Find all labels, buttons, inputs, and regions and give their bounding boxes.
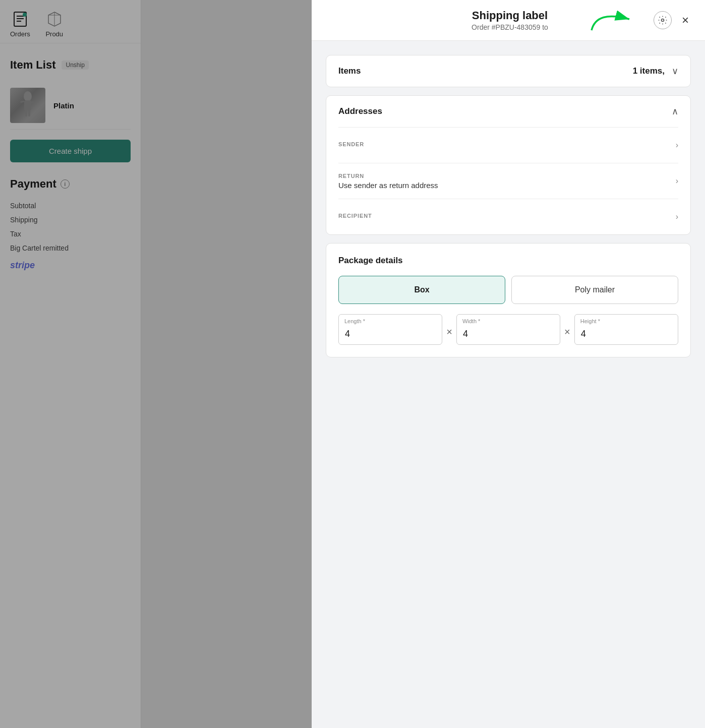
return-section[interactable]: RETURN Use sender as return address › <box>326 163 690 199</box>
svg-point-12 <box>661 19 664 22</box>
length-field: Length * <box>338 314 442 345</box>
box-type-label: Box <box>414 285 429 294</box>
settings-button[interactable] <box>654 11 672 29</box>
poly-mailer-type-button[interactable]: Poly mailer <box>511 276 678 304</box>
return-chevron: › <box>676 176 678 186</box>
gear-icon <box>658 15 668 25</box>
height-label: Height * <box>580 318 600 324</box>
items-title: Items <box>338 66 361 76</box>
close-icon: × <box>682 13 689 27</box>
addresses-section-header[interactable]: Addresses ∧ <box>326 96 690 127</box>
height-field: Height * <box>574 314 678 345</box>
recipient-chevron: › <box>676 212 678 221</box>
recipient-label: RECIPIENT <box>338 213 372 219</box>
modal-header: Shipping label Order #PBZU-483059 to × <box>312 0 705 41</box>
width-label: Width * <box>462 318 480 324</box>
addresses-title: Addresses <box>338 106 382 116</box>
items-chevron: ∨ <box>672 66 678 77</box>
sender-content: SENDER <box>338 141 364 149</box>
addresses-chevron: ∧ <box>672 106 678 117</box>
length-width-separator: × <box>446 326 452 345</box>
items-section-header[interactable]: Items 1 items, ∨ <box>326 55 690 87</box>
package-details-title: Package details <box>338 256 678 266</box>
items-section: Items 1 items, ∨ <box>326 55 691 87</box>
modal-header-actions: × <box>654 11 691 29</box>
return-label: RETURN <box>338 173 438 179</box>
return-content: RETURN Use sender as return address <box>338 173 438 190</box>
width-field: Width * <box>456 314 560 345</box>
addresses-section: Addresses ∧ SENDER › RETURN Use sender a… <box>326 95 691 235</box>
items-meta: 1 items, <box>633 66 665 76</box>
shipping-label-modal: Shipping label Order #PBZU-483059 to × I… <box>312 0 705 728</box>
modal-subtitle: Order #PBZU-483059 to <box>366 23 654 31</box>
recipient-section[interactable]: RECIPIENT › <box>326 199 690 234</box>
package-details-section: Package details Box Poly mailer Length *… <box>326 243 691 357</box>
sender-section[interactable]: SENDER › <box>326 128 690 163</box>
width-height-separator: × <box>564 326 570 345</box>
modal-header-center: Shipping label Order #PBZU-483059 to <box>366 9 654 31</box>
close-button[interactable]: × <box>680 14 691 26</box>
modal-title: Shipping label <box>366 9 654 22</box>
return-value: Use sender as return address <box>338 181 438 190</box>
items-header-right: 1 items, ∨ <box>633 66 678 77</box>
box-type-button[interactable]: Box <box>338 276 505 304</box>
modal-body: Items 1 items, ∨ Addresses ∧ SENDER › <box>312 41 705 728</box>
recipient-content: RECIPIENT <box>338 213 372 221</box>
dimensions-row: Length * × Width * × Height * <box>338 314 678 345</box>
poly-mailer-type-label: Poly mailer <box>575 285 615 294</box>
length-label: Length * <box>344 318 365 324</box>
sender-chevron: › <box>676 141 678 150</box>
package-type-buttons: Box Poly mailer <box>338 276 678 304</box>
sender-label: SENDER <box>338 141 364 147</box>
